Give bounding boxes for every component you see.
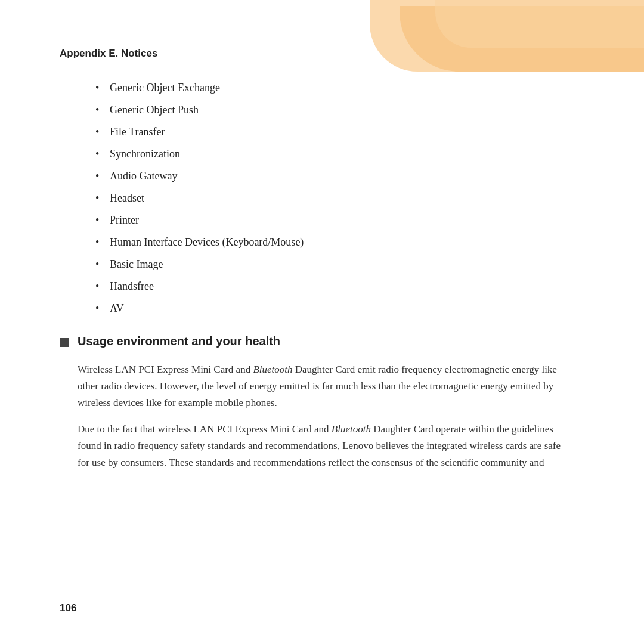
appendix-header: Appendix E. Notices [60, 48, 584, 62]
list-item: Audio Gateway [95, 168, 584, 184]
list-item: Synchronization [95, 146, 584, 162]
list-item: Generic Object Push [95, 102, 584, 118]
list-item: Basic Image [95, 256, 584, 273]
section-heading-text: Usage environment and your health [78, 335, 280, 348]
bullet-list: Generic Object Exchange Generic Object P… [95, 80, 584, 317]
list-item: Handsfree [95, 278, 584, 295]
list-item: Printer [95, 212, 584, 228]
page-number: 106 [60, 602, 76, 614]
section-square-icon [60, 338, 69, 347]
paragraph-1: Wireless LAN PCI Express Mini Card and B… [78, 361, 566, 411]
list-item: Headset [95, 190, 584, 206]
list-item: Generic Object Exchange [95, 80, 584, 96]
section-heading: Usage environment and your health [60, 335, 584, 348]
list-item: File Transfer [95, 124, 584, 140]
list-item: AV [95, 301, 584, 317]
paragraph-2: Due to the fact that wireless LAN PCI Ex… [78, 421, 566, 471]
list-item: Human Interface Devices (Keyboard/Mouse) [95, 234, 584, 250]
